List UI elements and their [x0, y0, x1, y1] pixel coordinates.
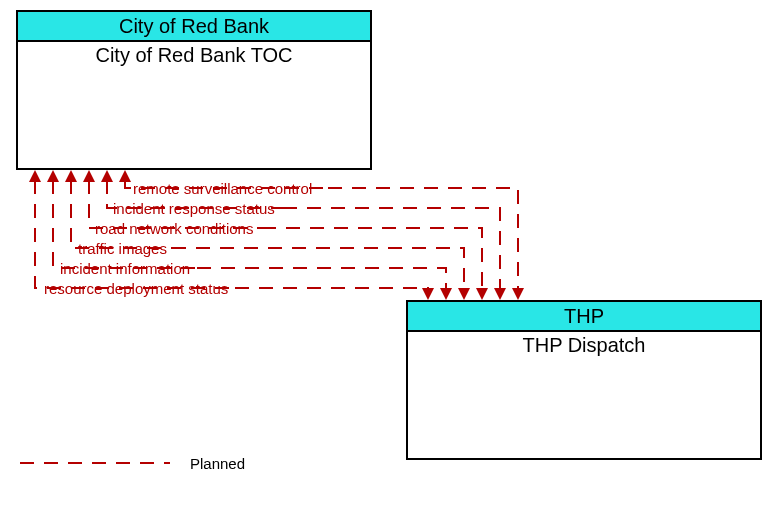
svg-marker-10	[29, 170, 41, 182]
entity-thp: THP THP Dispatch	[406, 300, 762, 460]
flow-label-incident-response-status: incident response status	[113, 200, 275, 217]
entity-subtitle: City of Red Bank TOC	[18, 42, 370, 68]
flow-label-remote-surveillance-control: remote surveillance control	[133, 180, 312, 197]
svg-marker-8	[47, 170, 59, 182]
svg-marker-6	[65, 170, 77, 182]
flow-label-traffic-images: traffic images	[78, 240, 167, 257]
svg-marker-0	[119, 170, 131, 182]
svg-marker-5	[476, 288, 488, 300]
flow-label-road-network-conditions: road network conditions	[95, 220, 253, 237]
svg-marker-2	[101, 170, 113, 182]
flow-label-resource-deployment-status: resource deployment status	[44, 280, 228, 297]
entity-city-of-red-bank: City of Red Bank City of Red Bank TOC	[16, 10, 372, 170]
svg-marker-3	[494, 288, 506, 300]
legend-planned-label: Planned	[190, 455, 245, 472]
svg-marker-1	[512, 288, 524, 300]
svg-marker-11	[422, 288, 434, 300]
entity-subtitle: THP Dispatch	[408, 332, 760, 358]
entity-header: City of Red Bank	[18, 12, 370, 42]
svg-marker-4	[83, 170, 95, 182]
entity-header: THP	[408, 302, 760, 332]
svg-marker-9	[440, 288, 452, 300]
svg-marker-7	[458, 288, 470, 300]
flow-label-incident-information: incident information	[60, 260, 190, 277]
